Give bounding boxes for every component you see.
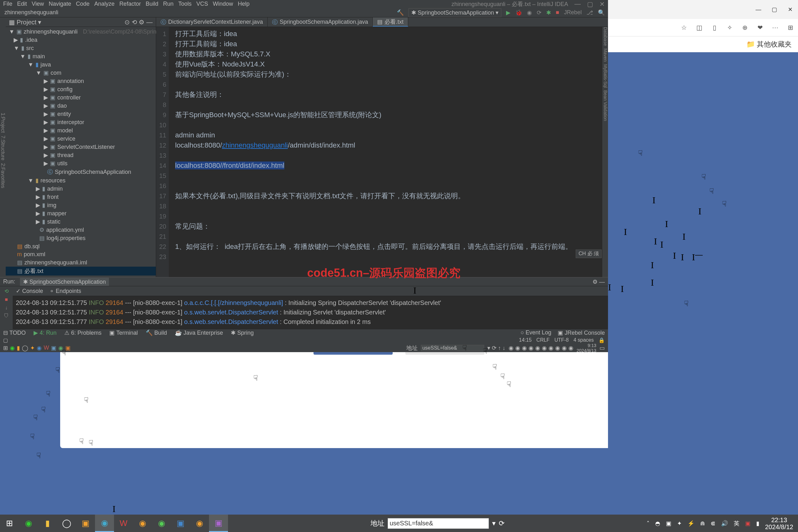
taskbar-app[interactable]: ▣ (171, 515, 190, 532)
menu-build[interactable]: Build (146, 1, 158, 7)
console-tab[interactable]: ✓ Console (16, 287, 43, 294)
inner-start[interactable]: ⊞ (3, 344, 8, 352)
tray-icon[interactable]: ◓ (655, 520, 660, 527)
dropdown-icon[interactable]: ▾ (492, 519, 496, 528)
eventlog-tab[interactable]: ○ Event Log (520, 329, 551, 336)
inner-app[interactable]: ▣ (65, 344, 71, 352)
coverage-icon[interactable]: ◉ (527, 9, 532, 16)
vcs-icon[interactable]: ⎇ (587, 9, 593, 16)
inner-app[interactable]: ◉ (37, 344, 42, 352)
inner-app[interactable]: ◉ (58, 344, 63, 352)
tray-ime-icon[interactable]: 英 (734, 520, 739, 527)
close-button[interactable]: ✕ (782, 2, 798, 17)
project-settings-icon[interactable]: ⊙ ⟲ ⚙ — (125, 18, 153, 26)
tab-add-icon[interactable]: ⊞ (786, 23, 795, 32)
taskbar-wps[interactable]: W (114, 515, 133, 532)
line-sep[interactable]: CRLF (536, 337, 550, 343)
taskbar-explorer[interactable]: ▮ (38, 515, 57, 532)
down-icon[interactable]: ↓ (5, 305, 7, 311)
menu-file[interactable]: File (3, 1, 12, 7)
taskbar-edge[interactable]: ◉ (95, 515, 114, 532)
favorites-icon[interactable]: ✧ (725, 23, 734, 32)
taskbar-app[interactable]: ◉ (19, 515, 38, 532)
left-toolwindow-bar[interactable]: 1:Project 7:Structure 2:Favorites (0, 17, 6, 277)
search-icon[interactable]: 🔍 (598, 9, 605, 16)
taskbar-wechat[interactable]: ◉ (152, 515, 171, 532)
tray-volume-icon[interactable]: 🔊 (721, 520, 728, 527)
star-icon[interactable]: ☆ (680, 23, 688, 32)
addr-input[interactable] (421, 345, 484, 351)
menu-edit[interactable]: Edit (17, 1, 27, 7)
other-favorites[interactable]: 📁 其他收藏夹 (746, 40, 792, 49)
code-area[interactable]: 打开工具后端：idea 打开工具前端：idea 使用数据库版本：MySQL5.7… (169, 27, 602, 277)
breadcrumb-project[interactable]: zhinnengshequguanli (3, 9, 58, 16)
editor-tab-active[interactable]: ▤必看.txt (373, 17, 408, 26)
profile-icon[interactable]: ⟳ (537, 9, 542, 16)
menu-help[interactable]: Help (238, 1, 249, 7)
hammer-icon[interactable]: 🔨 (397, 9, 404, 16)
filter-icon[interactable]: ⛉ (4, 313, 9, 319)
stop-icon[interactable]: ■ (556, 9, 559, 16)
taskbar-app[interactable]: ◉ (133, 515, 152, 532)
tray-icon[interactable]: ▣ (666, 520, 671, 527)
ide-minimize-icon[interactable]: — (574, 0, 581, 7)
collections-icon[interactable]: ⊕ (740, 23, 749, 32)
javaee-tab[interactable]: ☕ Java Enterprise (175, 329, 223, 336)
jrebel-tab[interactable]: ▣ JRebel Console (558, 329, 605, 336)
lock-icon[interactable]: 🔒 (598, 337, 605, 343)
inner-app[interactable]: ▣ (51, 344, 56, 352)
rerun-icon[interactable]: ⟲ (4, 288, 8, 294)
sidebar-icon[interactable]: ▯ (710, 23, 719, 32)
menu-icon[interactable]: ⋯ (771, 23, 780, 32)
tray-icon[interactable]: ⚡ (687, 520, 695, 527)
sync-icon[interactable]: ❤ (756, 23, 764, 32)
indent[interactable]: 4 spaces (573, 337, 594, 343)
taskbar-app[interactable]: ◉ (190, 515, 209, 532)
inner-app[interactable]: ✦ (30, 344, 35, 352)
ide-maximize-icon[interactable]: ▢ (587, 0, 593, 8)
jrebel-run-icon[interactable]: ✱ (546, 9, 551, 16)
tray-ime-icon[interactable]: ▣ (745, 520, 750, 527)
menu-tools[interactable]: Tools (178, 1, 192, 7)
menu-window[interactable]: Window (213, 1, 233, 7)
taskbar-intellij[interactable]: ▣ (209, 515, 228, 532)
taskbar-clock[interactable]: 22:13 2024/8/12 (765, 516, 793, 530)
taskbar-sublime[interactable]: ▣ (76, 515, 95, 532)
endpoints-tab[interactable]: ⚬ Endpoints (50, 287, 81, 294)
maximize-button[interactable]: ▢ (766, 2, 782, 17)
tray-icon[interactable]: ▮ (756, 520, 759, 527)
menu-refactor[interactable]: Refactor (119, 1, 141, 7)
menu-view[interactable]: View (32, 1, 44, 7)
tray-up-icon[interactable]: ˄ (647, 520, 649, 527)
right-toolwindow-bar[interactable]: Database Maven MyBatis-Sql Bean Validati… (602, 27, 608, 277)
menu-code[interactable]: Code (76, 1, 90, 7)
run-config-tab[interactable]: ✱ SpringbootSchemaApplication (20, 278, 109, 286)
jrebel-label[interactable]: JRebel (564, 9, 582, 16)
taskbar-addr-input[interactable] (387, 518, 489, 529)
ide-close-icon[interactable]: ✕ (600, 0, 605, 8)
menu-vcs[interactable]: VCS (196, 1, 208, 7)
encoding[interactable]: UTF-8 (554, 337, 569, 343)
debug-icon[interactable]: 🐞 (515, 9, 522, 16)
run-settings-icon[interactable]: ⚙ — (592, 278, 605, 285)
inner-app[interactable]: ◉ (10, 344, 15, 352)
menu-analyze[interactable]: Analyze (94, 1, 115, 7)
inner-app[interactable]: ▮ (17, 344, 20, 352)
run-icon[interactable]: ▶ (506, 9, 511, 16)
project-tree[interactable]: ▼▣zhinnengshequguanli D:\release\Compl24… (6, 27, 156, 292)
start-button[interactable]: ⊞ (0, 515, 19, 532)
taskbar-chrome[interactable]: ◯ (57, 515, 76, 532)
build-tab[interactable]: 🔨 Build (146, 329, 167, 336)
minimize-button[interactable]: — (750, 2, 766, 17)
inner-app[interactable]: W (44, 344, 49, 352)
extensions-icon[interactable]: ◫ (695, 23, 704, 32)
tray-icon[interactable]: ⋒ (700, 520, 705, 527)
project-label[interactable]: ▦ Project ▾ (9, 18, 41, 26)
menu-navigate[interactable]: Navigate (49, 1, 71, 7)
editor-tab[interactable]: ⓒDictionaryServletContextListener.java (156, 17, 268, 26)
inner-app[interactable]: ◯ (22, 344, 28, 352)
terminal-tab[interactable]: ▣ Terminal (109, 329, 138, 336)
run-tab[interactable]: ▶ 4: Run (34, 329, 56, 336)
tray-wifi-icon[interactable]: ⋐ (710, 520, 715, 527)
stop-icon[interactable]: ■ (5, 297, 8, 302)
